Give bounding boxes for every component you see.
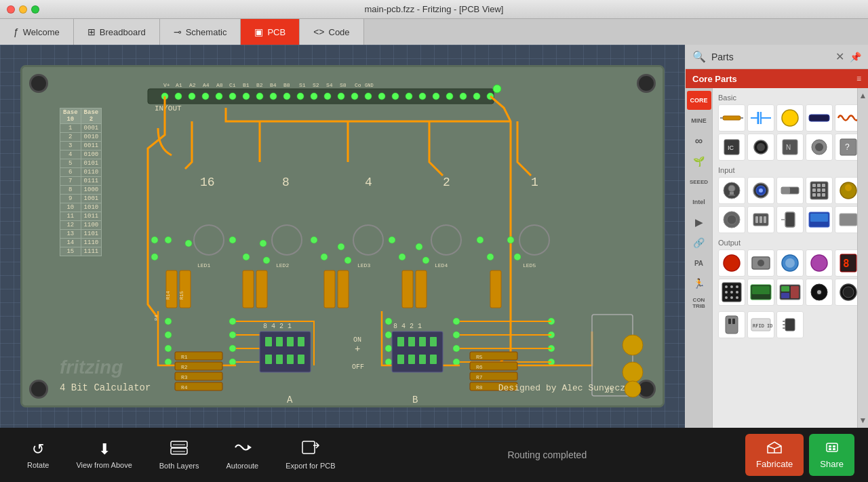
part-connector[interactable] xyxy=(747,206,774,233)
part-joystick[interactable] xyxy=(835,177,857,204)
part-mystery[interactable]: N xyxy=(776,134,804,161)
rail-adafruit[interactable]: 🌱 xyxy=(687,152,711,171)
svg-text:+: + xyxy=(355,344,360,355)
svg-rect-121 xyxy=(419,337,426,346)
part-coil[interactable] xyxy=(835,104,857,132)
svg-rect-255 xyxy=(829,448,831,450)
parts-close-icon[interactable]: ✕ xyxy=(835,50,844,63)
svg-point-90 xyxy=(165,332,172,338)
rail-mine[interactable]: MINE xyxy=(687,111,711,130)
svg-text:8: 8 xyxy=(843,257,850,270)
rail-link[interactable]: 🔗 xyxy=(687,233,711,252)
part-rgb-lcd[interactable] xyxy=(806,206,833,233)
rotate-icon: ↺ xyxy=(32,441,44,458)
view-above-icon: ⬇ xyxy=(98,441,111,458)
tab-welcome[interactable]: ƒ Welcome xyxy=(0,19,74,45)
svg-rect-256 xyxy=(833,448,835,450)
part-pir[interactable] xyxy=(718,206,745,233)
part-pushbutton[interactable] xyxy=(747,134,774,161)
breadboard-icon: ⊞ xyxy=(87,26,96,37)
part-gray-box[interactable] xyxy=(835,206,857,233)
close-button[interactable] xyxy=(7,5,15,14)
share-button[interactable]: Share xyxy=(809,434,854,476)
rotate-label: Rotate xyxy=(27,461,49,469)
part-switch[interactable] xyxy=(776,177,804,204)
part-rgb-wheel[interactable] xyxy=(806,249,833,277)
minimize-button[interactable] xyxy=(19,5,27,14)
part-mic[interactable] xyxy=(718,177,745,204)
part-potentiometer[interactable] xyxy=(806,134,833,161)
rail-arduino[interactable]: ∞ xyxy=(687,132,711,150)
part-wire[interactable] xyxy=(806,104,833,132)
svg-text:A8: A8 xyxy=(216,82,223,88)
svg-point-89 xyxy=(165,318,172,325)
svg-text:V+: V+ xyxy=(163,82,170,88)
part-7seg[interactable]: 8 xyxy=(835,249,857,277)
part-rfid[interactable]: RFID ID12 xyxy=(747,311,774,338)
rail-seeed[interactable]: SEEED xyxy=(687,172,711,191)
canvas-area[interactable]: Base10Base2 10001 20010 30011 40100 5010… xyxy=(0,45,685,428)
part-lcd-color[interactable] xyxy=(776,279,804,306)
rail-intel[interactable]: Intel xyxy=(687,193,711,212)
maximize-button[interactable] xyxy=(31,5,39,14)
svg-point-94 xyxy=(229,332,236,338)
tab-pcb-label: PCB xyxy=(267,27,285,37)
svg-text:Co: Co xyxy=(355,82,361,88)
part-green-lcd[interactable] xyxy=(747,279,774,306)
autoroute-tool[interactable]: Autoroute xyxy=(212,435,272,475)
part-dot-matrix[interactable] xyxy=(718,279,745,306)
part-capacitor-polar[interactable] xyxy=(747,104,774,132)
rail-play[interactable]: ▶ xyxy=(687,213,711,232)
fabricate-button[interactable]: Fabricate xyxy=(745,434,804,476)
svg-point-92 xyxy=(165,359,172,365)
svg-text:ON: ON xyxy=(353,336,361,344)
scroll-up-icon[interactable]: ▲ xyxy=(859,91,867,100)
part-keypad[interactable] xyxy=(806,177,833,204)
part-resistor[interactable] xyxy=(718,104,745,132)
scroll-down-icon[interactable]: ▼ xyxy=(859,416,867,425)
part-unknown[interactable]: ? xyxy=(835,134,857,161)
tab-schematic-label: Schematic xyxy=(186,27,227,37)
tab-pcb[interactable]: ▣ PCB xyxy=(241,19,300,45)
pcb-title: 4 Bit Calculator xyxy=(60,382,151,393)
rail-run[interactable]: 🏃 xyxy=(687,274,711,293)
parts-filter-icon[interactable]: ≡ xyxy=(856,74,861,83)
parts-grid-container[interactable]: Basic xyxy=(713,88,857,428)
part-ic[interactable]: IC xyxy=(718,134,745,161)
part-led-red[interactable] xyxy=(718,249,745,277)
rail-pa[interactable]: PA xyxy=(687,254,711,273)
part-rgb-led[interactable] xyxy=(776,249,804,277)
parts-subheader: Core Parts ≡ xyxy=(686,69,868,88)
svg-rect-64 xyxy=(416,270,427,308)
svg-rect-125 xyxy=(419,355,426,364)
rail-core[interactable]: CORE xyxy=(687,91,711,110)
part-led[interactable] xyxy=(776,104,804,132)
tab-schematic[interactable]: ⊸ Schematic xyxy=(160,19,241,45)
svg-rect-238 xyxy=(732,319,735,324)
svg-text:R15: R15 xyxy=(179,291,184,300)
view-above-tool[interactable]: ⬇ View from Above xyxy=(62,435,145,475)
more-parts-grid: RFID ID12 xyxy=(718,311,852,338)
part-plug[interactable] xyxy=(718,311,745,338)
part-transistor[interactable] xyxy=(776,206,804,233)
rotate-tool[interactable]: ↺ Rotate xyxy=(14,435,62,475)
svg-text:R2: R2 xyxy=(181,364,188,370)
parts-pin-icon[interactable]: 📌 xyxy=(850,52,861,62)
part-potmeter-round[interactable] xyxy=(835,279,857,306)
svg-text:R3: R3 xyxy=(181,374,188,380)
svg-point-5 xyxy=(216,93,222,100)
fabricate-icon xyxy=(766,441,783,456)
part-small-ic[interactable] xyxy=(776,311,804,338)
svg-rect-243 xyxy=(783,324,785,325)
svg-point-86 xyxy=(487,254,494,260)
part-dot-small[interactable] xyxy=(806,279,833,306)
tab-code[interactable]: <> Code xyxy=(300,19,363,45)
svg-point-209 xyxy=(757,260,764,266)
part-light-sensor[interactable] xyxy=(747,177,774,204)
export-pcb-tool[interactable]: Export for PCB xyxy=(272,435,349,475)
tab-breadboard[interactable]: ⊞ Breadboard xyxy=(74,19,160,45)
rail-contrib[interactable]: CON TRIB xyxy=(687,294,711,313)
svg-point-85 xyxy=(477,237,484,243)
part-servo[interactable] xyxy=(747,249,774,277)
both-layers-tool[interactable]: Both Layers xyxy=(146,435,213,475)
